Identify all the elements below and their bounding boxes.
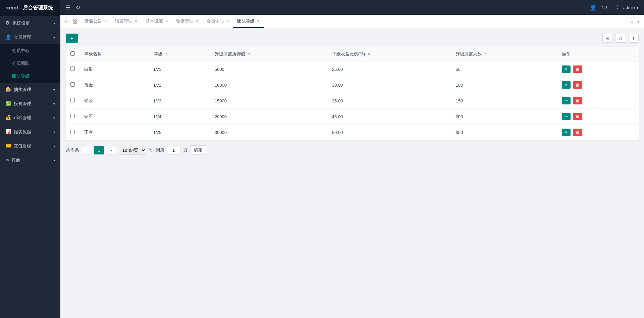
menu-toggle-icon[interactable]: ☰	[66, 4, 70, 11]
tab-close-member-center[interactable]: ✕	[226, 19, 229, 23]
tab-close-language[interactable]: ✕	[135, 19, 138, 23]
cell-ratio-0: 25.00	[327, 61, 451, 77]
user-icon: 👤	[5, 34, 11, 40]
row-checkbox-0[interactable]	[70, 66, 75, 71]
chevron-down-icon: ▾	[53, 144, 55, 148]
row-checkbox-4[interactable]	[70, 130, 75, 134]
admin-menu-button[interactable]: admin ▾	[623, 5, 639, 10]
row-checkbox-2[interactable]	[70, 98, 75, 102]
sort-count-icon[interactable]: ⇅	[484, 52, 487, 56]
row-checkbox-cell	[66, 77, 79, 93]
tab-nav-next[interactable]: »	[629, 19, 635, 24]
sort-level-icon[interactable]: ⇅	[165, 52, 168, 56]
tag-icon[interactable]: 🏷	[602, 4, 607, 10]
cell-level-2: LV3	[149, 93, 210, 109]
tab-popup-notice[interactable]: 弹窗公告 ✕	[80, 15, 111, 28]
edit-button-2[interactable]: ✏	[562, 97, 571, 104]
view-grid-button[interactable]: ⊞	[602, 34, 612, 43]
prev-page-button[interactable]: ‹	[82, 146, 91, 154]
tab-language[interactable]: 语言管理 ✕	[111, 15, 142, 28]
page-1-button[interactable]: 1	[94, 146, 104, 154]
chevron-down-icon: ▾	[53, 21, 55, 25]
page-size-select[interactable]: 10 条/页20 条/页50 条/页	[119, 146, 146, 155]
sidebar-item-member-center[interactable]: 会员中心	[0, 44, 60, 57]
goto-page-input[interactable]	[167, 146, 180, 154]
delete-button-3[interactable]: 🗑	[573, 113, 582, 120]
sidebar-item-system[interactable]: ⚙系统设定 ▾	[0, 16, 60, 30]
edit-button-4[interactable]: ✏	[562, 129, 571, 136]
tab-home[interactable]: 🏠	[70, 15, 80, 28]
chevron-down-icon: ▾	[53, 88, 55, 92]
fullscreen-icon[interactable]: ⛶	[612, 4, 618, 10]
sidebar-item-invest[interactable]: 💹投资管理 ▾	[0, 97, 60, 111]
tab-member-center[interactable]: 会员中心 ✕	[203, 15, 233, 28]
edit-button-1[interactable]: ✏	[562, 81, 571, 89]
delete-button-2[interactable]: 🗑	[573, 97, 582, 104]
row-checkbox-1[interactable]	[70, 82, 75, 87]
cell-level-3: LV4	[149, 109, 210, 125]
topbar-left: ☰ ↻	[66, 4, 80, 11]
cell-action-2: ✏ 🗑	[557, 93, 639, 109]
table-row: 黄金 LV2 10000 30.00 100 ✏ 🗑	[66, 77, 639, 93]
sidebar-item-member-team[interactable]: 会员团队	[0, 57, 60, 70]
tab-basic-settings[interactable]: 基本设置 ✕	[142, 15, 172, 28]
edit-button-3[interactable]: ✏	[562, 113, 571, 120]
cell-pledge-0: 5000	[210, 61, 327, 77]
topbar-right: 👤 🏷 ⛶ admin ▾	[590, 4, 639, 11]
chevron-up-icon: ▾	[53, 36, 55, 39]
sidebar-item-member[interactable]: 👤会员管理 ▾	[0, 30, 60, 44]
pagination: 共 5 条 ‹ 1 › 10 条/页20 条/页50 条/页 ↻ 到第 页 确定	[66, 145, 639, 155]
sort-pledge-icon[interactable]: ⇅	[248, 52, 251, 56]
tab-carousel[interactable]: 轮播管理 ✕	[172, 15, 203, 28]
cell-ratio-1: 30.00	[327, 77, 451, 93]
cell-name-0: 白银	[79, 61, 149, 77]
cell-pledge-4: 30000	[210, 125, 327, 140]
table-row: 白银 LV1 5000 25.00 50 ✏ 🗑	[66, 61, 639, 77]
tab-close-popup-notice[interactable]: ✕	[104, 19, 107, 23]
col-header-level: 等级 ⇅	[149, 47, 210, 61]
cell-pledge-1: 10000	[210, 77, 327, 93]
refresh-icon[interactable]: ↻	[76, 4, 80, 11]
add-button[interactable]: +	[66, 34, 78, 43]
next-page-button[interactable]: ›	[107, 146, 116, 154]
print-button[interactable]: 🖨	[615, 34, 626, 43]
member-submenu: 会员中心 会员团队 团队等级	[0, 44, 60, 83]
cell-action-0: ✏ 🗑	[557, 61, 639, 77]
pagination-refresh-icon[interactable]: ↻	[149, 147, 153, 153]
sidebar-item-lottery[interactable]: 🎰抽奖管理 ▾	[0, 83, 60, 97]
tab-nav-prev[interactable]: ‹‹	[63, 15, 70, 28]
sidebar-item-other[interactable]: ∞其他 ▾	[0, 153, 60, 167]
lottery-icon: 🎰	[5, 87, 11, 92]
delete-button-4[interactable]: 🗑	[573, 129, 582, 136]
table-row: 钻石 LV4 20000 45.00 200 ✏ 🗑	[66, 109, 639, 125]
chevron-down-icon: ▾	[53, 102, 55, 106]
cell-level-4: LV5	[149, 125, 210, 140]
topbar: ☰ ↻ 👤 🏷 ⛶ admin ▾	[60, 0, 644, 15]
select-all-checkbox[interactable]	[70, 51, 75, 56]
main-area: ☰ ↻ 👤 🏷 ⛶ admin ▾ ‹‹ 🏠 弹窗公告 ✕ 语言管理 ✕ 基本设…	[60, 0, 644, 318]
sort-ratio-icon[interactable]: ⇅	[368, 52, 370, 56]
data-table: 等级名称 等级 ⇅ 升级所需质押值 ⇅ 下级收益比例(%) ⇅	[66, 47, 639, 140]
sidebar-item-team-level[interactable]: 团队等级	[0, 70, 60, 83]
tab-nav-more[interactable]: ▾	[635, 19, 641, 24]
edit-button-0[interactable]: ✏	[562, 65, 571, 73]
sidebar-item-currency[interactable]: 💰币种管理 ▾	[0, 111, 60, 125]
tab-team-level[interactable]: 团队等级 ✕	[233, 15, 264, 28]
sidebar: robot - 后台管理系统 ⚙系统设定 ▾ 👤会员管理 ▾ 会员中心 会员团队…	[0, 0, 60, 318]
export-button[interactable]: ⬇	[629, 34, 639, 43]
tab-close-carousel[interactable]: ✕	[196, 19, 199, 23]
sidebar-item-report[interactable]: 📊报表数据 ▾	[0, 125, 60, 139]
tab-close-team-level[interactable]: ✕	[257, 19, 260, 23]
other-icon: ∞	[5, 157, 9, 163]
goto-confirm-button[interactable]: 确定	[190, 145, 206, 155]
header-checkbox-cell	[66, 47, 79, 61]
tab-close-basic-settings[interactable]: ✕	[165, 19, 168, 23]
sidebar-menu: ⚙系统设定 ▾ 👤会员管理 ▾ 会员中心 会员团队 团队等级 🎰抽奖管理 ▾ 💹…	[0, 16, 60, 318]
sidebar-item-recharge[interactable]: 💳充值提现 ▾	[0, 139, 60, 153]
table-row: 铂金 LV3 15000 35.00 150 ✏ 🗑	[66, 93, 639, 109]
row-checkbox-3[interactable]	[70, 114, 75, 118]
delete-button-0[interactable]: 🗑	[573, 65, 582, 73]
delete-button-1[interactable]: 🗑	[573, 81, 582, 89]
cell-count-4: 350	[451, 125, 557, 140]
user-avatar-icon[interactable]: 👤	[590, 4, 596, 11]
